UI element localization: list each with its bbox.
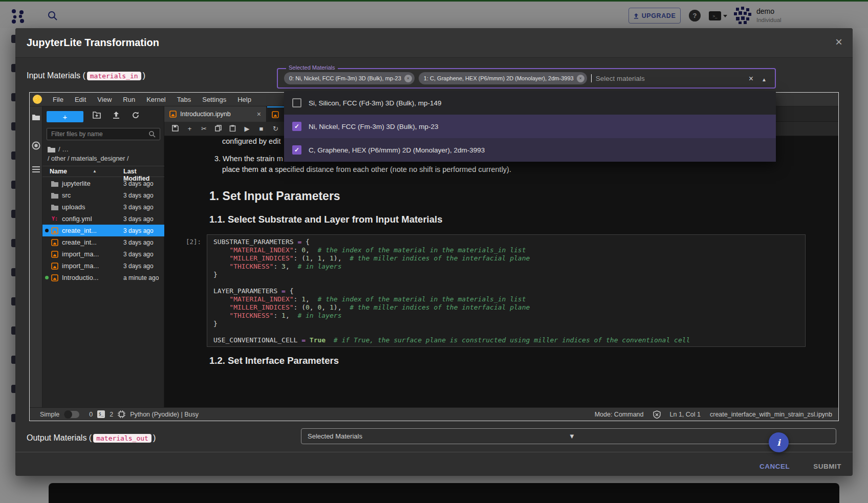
menu-tabs[interactable]: Tabs: [171, 93, 197, 106]
cursor-position[interactable]: Ln 1, Col 1: [670, 411, 701, 418]
output-materials-select[interactable]: Selected Materials ▼: [301, 428, 836, 444]
toggle-knob: [64, 410, 72, 419]
trust-shield-icon[interactable]: [653, 410, 661, 419]
clear-icon[interactable]: ×: [749, 75, 753, 83]
selected-materials-input[interactable]: 0: Ni, Nickel, FCC (Fm-3m) 3D (Bulk), mp…: [277, 68, 776, 89]
terminal-sessions-icon[interactable]: $_: [97, 410, 105, 418]
chevron-up-icon[interactable]: ▲: [762, 77, 767, 82]
notebook-content[interactable]: configured by edit 3. When the strain m …: [164, 136, 839, 408]
materials-out-code-chip: materials_out: [93, 434, 151, 443]
menu-kernel[interactable]: Kernel: [141, 93, 171, 106]
cancel-button[interactable]: CANCEL: [760, 463, 790, 470]
new-folder-icon[interactable]: [93, 111, 102, 119]
paste-icon[interactable]: [229, 125, 236, 133]
file-row[interactable]: src3 days ago: [42, 189, 164, 201]
file-row[interactable]: uploads3 days ago: [42, 201, 164, 213]
tab-create-interface-ipynb[interactable]: [267, 106, 285, 122]
menu-file[interactable]: File: [47, 93, 69, 106]
statusbar-right: Mode: Command Ln 1, Col 1 create_interfa…: [595, 410, 832, 419]
breadcrumb-root[interactable]: / …: [48, 145, 69, 153]
material-option-label: Si, Silicon, FCC (Fd-3m) 3D (Bulk), mp-1…: [309, 99, 442, 107]
menu-edit[interactable]: Edit: [69, 93, 92, 106]
file-name: import_ma...: [62, 250, 99, 258]
kernel-chip-icon[interactable]: [118, 410, 125, 418]
checkbox-unchecked-icon[interactable]: [292, 98, 301, 107]
running-sessions-icon[interactable]: [32, 141, 40, 150]
file-row[interactable]: create_int...3 days ago: [42, 236, 164, 248]
file-row[interactable]: import_ma...3 days ago: [42, 260, 164, 272]
file-modified: 3 days ago: [123, 180, 154, 187]
material-option[interactable]: ✓Ni, Nickel, FCC (Fm-3m) 3D (Bulk), mp-2…: [284, 115, 776, 138]
close-tab-icon[interactable]: ×: [257, 110, 261, 118]
notebook-icon: [51, 263, 58, 270]
selected-material-chips: 0: Ni, Nickel, FCC (Fm-3m) 3D (Bulk), mp…: [284, 72, 587, 84]
notebook-icon: [169, 111, 177, 118]
menu-settings[interactable]: Settings: [197, 93, 232, 106]
menu-run[interactable]: Run: [117, 93, 141, 106]
file-list: jupyterlite3 days agosrc3 days agoupload…: [42, 178, 164, 283]
file-row[interactable]: Y:config.yml3 days ago: [42, 213, 164, 225]
cut-icon[interactable]: ✂: [200, 125, 208, 133]
file-name: create_int...: [62, 227, 97, 234]
markdown-heading-1: 1. Set Input Parameters: [209, 189, 340, 203]
file-browser-icon[interactable]: [32, 114, 40, 121]
stop-icon[interactable]: ■: [257, 125, 265, 133]
file-row[interactable]: create_int...3 days ago: [42, 225, 164, 236]
restart-icon[interactable]: ↻: [272, 125, 279, 133]
notebook-icon: [51, 227, 58, 234]
code-cell[interactable]: SUBSTRATE_PARAMETERS = { "MATERIAL_INDEX…: [207, 234, 806, 347]
file-name: config.yml: [62, 215, 92, 223]
material-chip[interactable]: 1: C, Graphene, HEX (P6/mmm) 2D (Monolay…: [419, 72, 587, 84]
active-filename: create_interface_with_min_strain_zsl.ipy…: [710, 411, 832, 418]
notebook-icon: [51, 251, 58, 258]
dialog-actions: CANCEL SUBMIT: [15, 457, 853, 475]
new-launcher-button[interactable]: +: [47, 111, 83, 122]
close-icon[interactable]: ×: [835, 36, 842, 48]
run-icon[interactable]: ▶: [243, 125, 251, 133]
material-chip[interactable]: 0: Ni, Nickel, FCC (Fm-3m) 3D (Bulk), mp…: [284, 72, 415, 84]
column-name[interactable]: Name: [50, 168, 67, 175]
dialog-divider: [15, 452, 853, 452]
file-modified: 3 days ago: [123, 227, 154, 234]
statusbar-left: Simple 0 $_ 2 Python (Pyodide) | Busy: [40, 410, 199, 418]
copy-icon[interactable]: [214, 125, 222, 133]
info-fab-button[interactable]: i: [769, 432, 789, 452]
material-option[interactable]: ✓C, Graphene, HEX (P6/mmm) 2D (Monolayer…: [284, 138, 776, 162]
upload-icon[interactable]: [112, 111, 120, 119]
menu-view[interactable]: View: [92, 93, 117, 106]
file-name: Introductio...: [62, 274, 99, 281]
breadcrumb-path[interactable]: / other / materials_designer /: [48, 155, 128, 162]
menu-help[interactable]: Help: [232, 93, 257, 106]
material-option[interactable]: Si, Silicon, FCC (Fd-3m) 3D (Bulk), mp-1…: [284, 91, 776, 115]
cell-execution-prompt: [2]:: [186, 238, 201, 246]
markdown-paragraph: place them at a specified distance from …: [222, 165, 511, 173]
selected-materials-field-label: Selected Materials: [286, 64, 338, 71]
checkbox-checked-icon[interactable]: ✓: [292, 122, 301, 131]
code-line: "MATERIAL_INDEX": 1, # the index of the …: [213, 295, 799, 303]
file-row[interactable]: jupyterlite3 days ago: [42, 178, 164, 189]
submit-button[interactable]: SUBMIT: [813, 463, 841, 470]
materials-dropdown-menu: Si, Silicon, FCC (Fd-3m) 3D (Bulk), mp-1…: [284, 91, 776, 162]
file-modified: 3 days ago: [123, 263, 154, 270]
chip-delete-icon[interactable]: ×: [577, 75, 584, 82]
add-cell-icon[interactable]: +: [186, 125, 193, 133]
filter-files-input[interactable]: Filter files by name: [47, 128, 160, 140]
code-line: USE_CONVENTIONAL_CELL = True # if True, …: [213, 336, 799, 344]
simple-mode-toggle[interactable]: [64, 411, 79, 418]
command-mode-label[interactable]: Mode: Command: [595, 411, 644, 418]
output-materials-label: Output Materials ( materials_out ): [27, 433, 156, 443]
table-of-contents-icon[interactable]: [32, 166, 40, 173]
markdown-heading-1-2: 1.2. Set Interface Parameters: [209, 355, 339, 366]
file-row[interactable]: Introductio...a minute ago: [42, 272, 164, 283]
file-row[interactable]: import_ma...3 days ago: [42, 248, 164, 260]
notebook-icon: [272, 111, 279, 118]
checkbox-checked-icon[interactable]: ✓: [292, 145, 301, 155]
markdown-heading-1-1: 1.1. Select Substrate and Layer from Inp…: [209, 214, 442, 225]
jupyterlite-bolt-icon[interactable]: ⚡: [33, 95, 42, 104]
tab-introduction-ipynb[interactable]: Introduction.ipynb ×: [164, 106, 267, 122]
chip-delete-icon[interactable]: ×: [404, 75, 412, 82]
refresh-icon[interactable]: [132, 111, 140, 119]
file-modified: 3 days ago: [123, 204, 154, 211]
save-icon[interactable]: [171, 125, 179, 133]
file-list-header[interactable]: Name ▲ Last Modified: [42, 166, 164, 177]
